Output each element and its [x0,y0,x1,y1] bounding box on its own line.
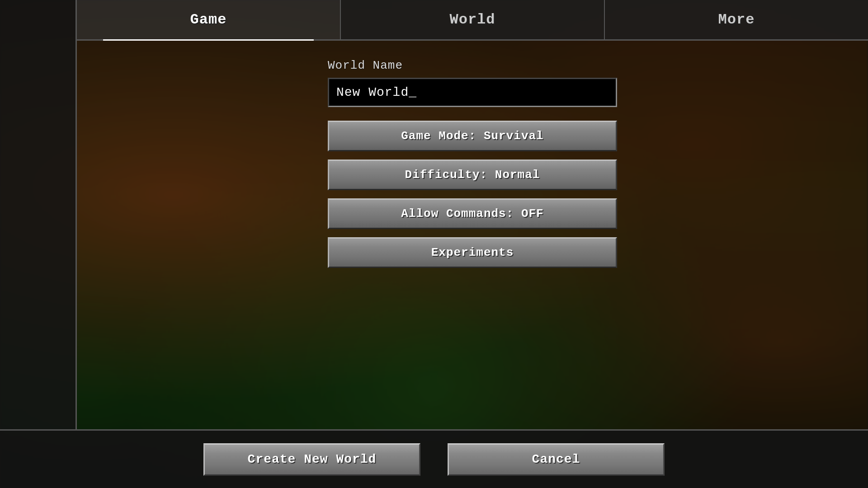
difficulty-label: Difficulty: Normal [405,168,540,182]
tab-world[interactable]: World [341,0,605,39]
game-mode-label: Game Mode: Survival [401,129,543,143]
create-label: Create New World [248,452,377,466]
dialog: Game World More World Name Game Mode: Su… [77,0,868,429]
world-name-input[interactable] [328,78,617,107]
cancel-button[interactable]: Cancel [448,443,665,476]
tab-more[interactable]: More [605,0,868,39]
content-area: World Name Game Mode: Survival Difficult… [77,41,868,429]
difficulty-button[interactable]: Difficulty: Normal [328,160,617,190]
allow-commands-button[interactable]: Allow Commands: OFF [328,198,617,229]
world-name-label: World Name [328,59,403,72]
left-panel [0,0,77,429]
allow-commands-label: Allow Commands: OFF [401,207,543,221]
tab-bar: Game World More [77,0,868,41]
create-new-world-button[interactable]: Create New World [203,443,420,476]
bottom-bar: Create New World Cancel [0,429,868,488]
experiments-button[interactable]: Experiments [328,237,617,268]
game-mode-button[interactable]: Game Mode: Survival [328,121,617,151]
tab-game-label: Game [190,11,227,28]
tab-game[interactable]: Game [77,0,341,39]
tab-world-label: World [449,11,495,28]
experiments-label: Experiments [431,246,514,259]
cancel-label: Cancel [532,452,580,466]
tab-more-label: More [718,11,755,28]
